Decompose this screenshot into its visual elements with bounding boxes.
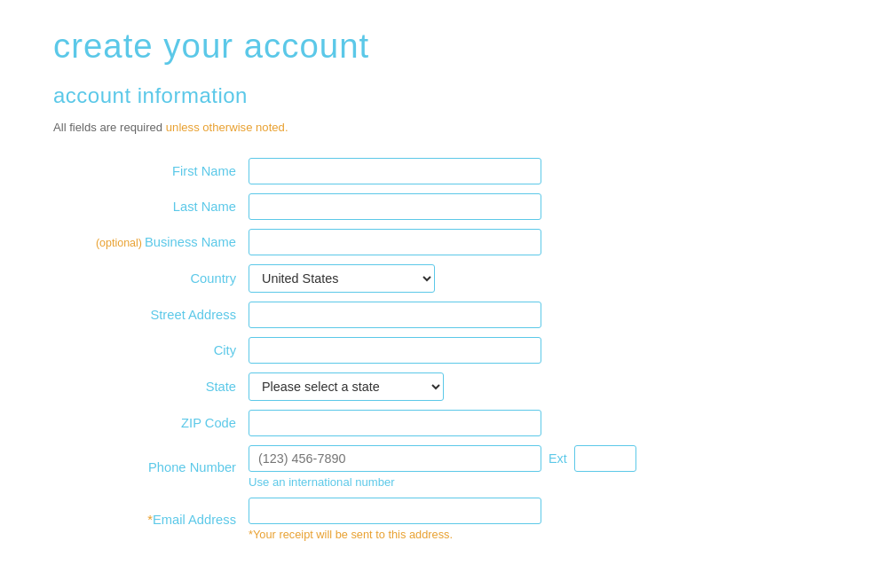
city-row: City (53, 333, 746, 368)
zip-code-label: ZIP Code (181, 416, 236, 430)
email-input[interactable] (249, 498, 541, 524)
phone-number-row: Phone Number Ext Use an international nu… (53, 441, 746, 493)
ext-label: Ext (549, 451, 567, 466)
section-title: account information (53, 83, 839, 108)
last-name-input[interactable] (249, 193, 541, 220)
receipt-note: *Your receipt will be sent to this addre… (249, 528, 746, 541)
business-name-row: (optional)Business Name (53, 224, 746, 260)
country-row: Country United States Canada United King… (53, 260, 746, 297)
business-name-label: Business Name (145, 235, 236, 249)
first-name-input[interactable] (249, 158, 541, 184)
city-input[interactable] (249, 337, 541, 364)
phone-field-group: Ext (249, 445, 746, 472)
street-address-row: Street Address (53, 297, 746, 333)
optional-label: (optional) (96, 237, 142, 249)
state-label: State (206, 380, 236, 394)
business-name-input[interactable] (249, 229, 541, 255)
street-address-input[interactable] (249, 302, 541, 328)
phone-input[interactable] (249, 445, 541, 472)
email-row: *Email Address *Your receipt will be sen… (53, 493, 746, 545)
page-title: create your account (53, 27, 839, 66)
zip-code-input[interactable] (249, 410, 541, 436)
state-row: State Please select a state Alabama Alas… (53, 368, 746, 405)
country-label: Country (190, 271, 236, 286)
international-number-link[interactable]: Use an international number (249, 475, 746, 489)
first-name-label: First Name (172, 164, 236, 178)
last-name-row: Last Name (53, 189, 746, 224)
country-select[interactable]: United States Canada United Kingdom Aust… (249, 264, 435, 293)
first-name-row: First Name (53, 153, 746, 189)
state-select[interactable]: Please select a state Alabama Alaska Ari… (249, 372, 444, 401)
street-address-label: Street Address (150, 308, 236, 322)
phone-number-label: Phone Number (148, 460, 236, 474)
last-name-label: Last Name (173, 200, 236, 214)
required-note: All fields are required unless otherwise… (53, 121, 839, 134)
zip-code-row: ZIP Code (53, 405, 746, 441)
ext-input[interactable] (574, 445, 636, 472)
city-label: City (214, 343, 236, 357)
account-form: First Name Last Name (optional)Business … (53, 153, 746, 545)
email-label: Email Address (153, 513, 236, 527)
